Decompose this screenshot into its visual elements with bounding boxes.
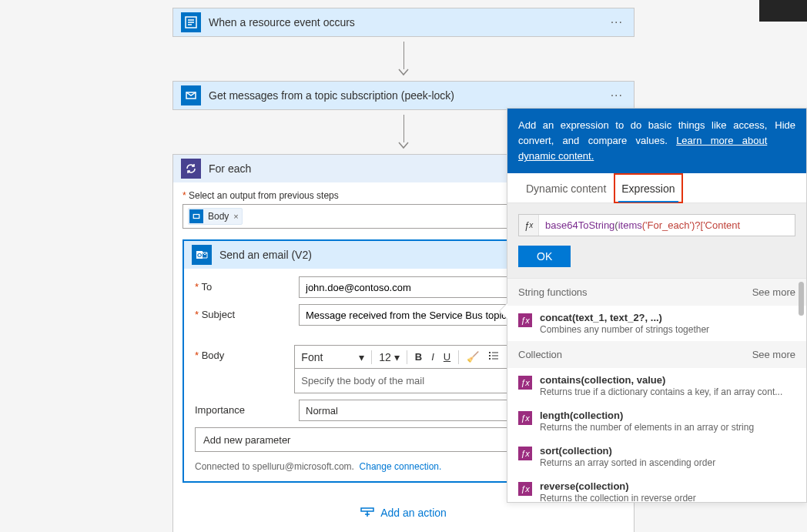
add-step-icon (360, 506, 374, 520)
expression-input-row[interactable]: ƒx base64ToString(items('For_each')?['Co… (518, 214, 795, 236)
expression-panel: Add an expression to do basic things lik… (507, 108, 807, 503)
servicebus-step[interactable]: Get messages from a topic subscription (… (172, 81, 635, 110)
servicebus-menu[interactable]: ··· (608, 89, 626, 102)
chevron-down-icon: ▾ (394, 351, 400, 363)
top-right-dark-strip (759, 0, 807, 22)
rte-underline[interactable]: U (440, 350, 454, 364)
add-parameter-label: Add new parameter (203, 434, 290, 446)
connector-arrow (0, 42, 807, 76)
outlook-icon: O (192, 245, 212, 265)
rte-bullet-list[interactable] (484, 349, 503, 365)
fx-icon: ƒx (519, 215, 539, 236)
function-list[interactable]: String functions See more ƒx concat(text… (507, 279, 806, 502)
token-icon (189, 209, 203, 223)
change-connection-link[interactable]: Change connection. (360, 461, 442, 472)
add-action-row: Add an action (182, 506, 625, 522)
see-more-collection[interactable]: See more (752, 349, 795, 360)
panel-header: Add an expression to do basic things lik… (507, 109, 806, 173)
fx-chip-icon: ƒx (518, 376, 532, 390)
token-remove[interactable]: × (233, 212, 238, 221)
func-sort[interactable]: ƒx sort(collection) Returns an array sor… (507, 439, 806, 474)
importance-label: Importance (195, 400, 299, 416)
eventgrid-icon (181, 12, 201, 32)
fx-chip-icon: ƒx (518, 482, 532, 496)
section-string-functions: String functions See more (507, 279, 806, 306)
svg-rect-2 (193, 215, 199, 219)
ok-button[interactable]: OK (518, 246, 571, 267)
tab-expression[interactable]: Expression (614, 173, 682, 203)
add-action-button[interactable]: Add an action (360, 506, 447, 520)
expression-editor-area: ƒx base64ToString(items('For_each')?['Co… (507, 202, 806, 279)
token-label: Body (208, 211, 229, 222)
trigger-step[interactable]: When a resource event occurs ··· (172, 8, 635, 37)
see-more-string[interactable]: See more (752, 286, 795, 298)
rte-bold[interactable]: B (411, 350, 426, 364)
svg-rect-13 (361, 508, 373, 511)
callout-arrow (500, 303, 507, 319)
rte-clear-format[interactable]: 🧹 (463, 350, 483, 364)
fx-chip-icon: ƒx (518, 313, 532, 327)
func-contains[interactable]: ƒx contains(collection, value) Returns t… (507, 368, 806, 403)
subject-label: * Subject (195, 304, 299, 320)
svg-text:O: O (197, 252, 202, 259)
expression-input[interactable]: base64ToString(items('For_each')?['Conte… (539, 215, 795, 236)
scrollbar-thumb[interactable] (799, 282, 804, 316)
trigger-menu[interactable]: ··· (608, 15, 626, 29)
servicebus-header[interactable]: Get messages from a topic subscription (… (173, 82, 634, 109)
rte-font-select[interactable]: Font▾ (298, 351, 367, 363)
rte-italic[interactable]: I (427, 350, 438, 364)
body-label: * Body (195, 345, 294, 361)
tab-dynamic-content[interactable]: Dynamic content (518, 173, 614, 202)
chevron-down-icon: ▾ (359, 351, 364, 363)
to-label: * To (195, 276, 299, 293)
svg-point-9 (489, 358, 491, 360)
section-collection: Collection See more (507, 341, 806, 368)
fx-chip-icon: ƒx (518, 411, 532, 425)
rte-size-select[interactable]: 12 ▾ (376, 351, 402, 363)
trigger-header[interactable]: When a resource event occurs ··· (173, 8, 634, 36)
func-reverse[interactable]: ƒx reverse(collection) Returns the colle… (507, 474, 806, 502)
hide-panel-button[interactable]: Hide (775, 118, 795, 164)
trigger-title: When a resource event occurs (209, 16, 608, 28)
servicebus-title: Get messages from a topic subscription (… (209, 89, 608, 102)
loop-icon (181, 159, 201, 179)
svg-point-7 (489, 352, 491, 353)
func-length[interactable]: ƒx length(collection) Returns the number… (507, 403, 806, 439)
importance-value: Normal (306, 405, 338, 417)
fx-chip-icon: ƒx (518, 447, 532, 460)
body-token[interactable]: Body × (188, 208, 243, 225)
servicebus-icon (181, 85, 201, 105)
panel-tabs: Dynamic content Expression (507, 173, 806, 203)
func-concat[interactable]: ƒx concat(text_1, text_2?, ...) Combines… (507, 306, 806, 341)
svg-point-8 (489, 355, 491, 356)
